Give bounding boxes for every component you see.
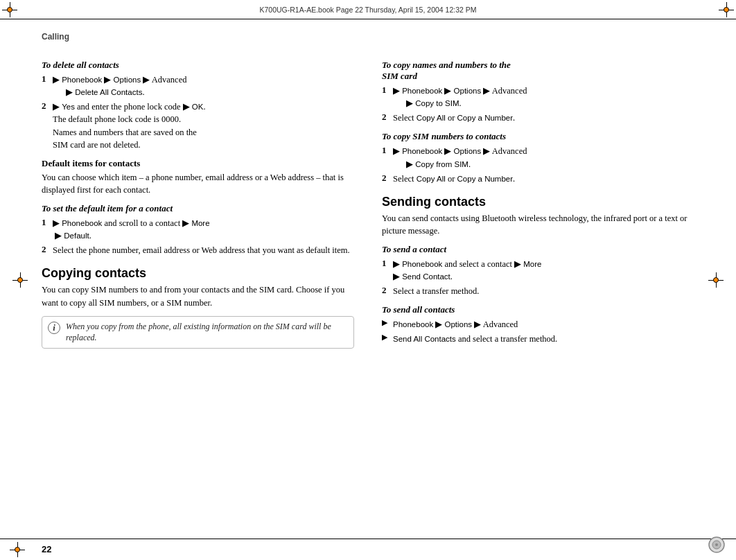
default-items-heading: Default items for contacts — [42, 158, 354, 169]
send-all-bullet-1: ▶ Phonebook ▶ Options ▶ Advanced — [382, 318, 694, 331]
note-icon: i — [48, 322, 60, 334]
step2-line2: The default phone lock code is 0000. — [53, 114, 181, 124]
copy-from-sim-step-1-content: ▶ Phonebook ▶ Options ▶ Advanced ▶ Copy … — [393, 145, 694, 170]
send-contact-section: To send a contact 1 ▶ Phonebook and sele… — [382, 244, 694, 297]
delete-contacts-heading: To delete all contacts — [42, 60, 354, 71]
menu-copy-to-sim: Copy to SIM — [415, 99, 459, 107]
section-title: Calling — [42, 32, 694, 42]
step-1-content: ▶ Phonebook ▶ Options ▶ Advanced ▶ Delet… — [53, 73, 354, 98]
arrow-icon: ▶ — [393, 146, 402, 156]
menu-copy-all: Copy All — [417, 114, 446, 122]
page-border-bottom — [0, 539, 736, 539]
arrow-icon: ▶ — [444, 86, 453, 96]
text-select: and select a contact — [442, 259, 514, 269]
note-box: i When you copy from the phone, all exis… — [42, 316, 354, 349]
step-1: 1 ▶ Phonebook ▶ Options ▶ Advanced ▶ Del… — [42, 73, 354, 98]
menu-ok: OK — [192, 103, 204, 111]
menu-phonebook: Phonebook — [62, 76, 102, 84]
note-icon-letter: i — [53, 322, 55, 333]
copy-to-sim-step-1-content: ▶ Phonebook ▶ Options ▶ Advanced ▶ Copy … — [393, 85, 694, 110]
arrow-icon: ▶ — [406, 159, 415, 169]
send-contact-step-1: 1 ▶ Phonebook and select a contact ▶ Mor… — [382, 258, 694, 283]
set-default-heading: To set the default item for a contact — [42, 203, 354, 214]
header-text: K700UG-R1A-AE.book Page 22 Thursday, Apr… — [259, 6, 476, 14]
bullet-arrow-icon: ▶ — [382, 318, 393, 331]
two-col-layout: To delete all contacts 1 ▶ Phonebook ▶ O… — [42, 53, 694, 349]
menu-phonebook: Phonebook — [393, 320, 433, 329]
send-contact-step-2: 2 Select a transfer method. — [382, 285, 694, 297]
text-scroll: and scroll to a contact — [102, 218, 182, 228]
send-contact-heading: To send a contact — [382, 244, 694, 255]
copying-contacts-heading: Copying contacts — [42, 266, 354, 281]
note-text: When you copy from the phone, all existi… — [66, 321, 348, 344]
copy-to-sim-heading: To copy names and numbers to theSIM card — [382, 60, 694, 82]
period: . — [89, 231, 91, 240]
arrow-icon: ▶ — [143, 75, 151, 85]
step-num-1: 1 — [382, 145, 393, 170]
right-column: To copy names and numbers to theSIM card… — [382, 53, 694, 349]
step-2-content: ▶ Yes and enter the phone lock code ▶ OK… — [53, 100, 354, 151]
arrow-icon: ▶ — [406, 98, 415, 108]
send-all-bullet-2: ▶ Send All Contacts and select a transfe… — [382, 333, 694, 345]
copy-from-sim-step-2-content: Select Copy All or Copy a Number. — [393, 173, 694, 185]
menu-advanced: Advanced — [152, 75, 187, 85]
menu-copy-number: Copy a Number — [457, 175, 514, 183]
default-items-section: Default items for contacts You can choos… — [42, 158, 354, 196]
sending-contacts-para: You can send contacts using Bluetooth wi… — [382, 212, 694, 237]
delete-contacts-section: To delete all contacts 1 ▶ Phonebook ▶ O… — [42, 60, 354, 151]
menu-options: Options — [444, 320, 472, 329]
menu-phonebook: Phonebook — [62, 219, 102, 227]
menu-options: Options — [454, 147, 482, 155]
content-area: Calling To delete all contacts 1 ▶ Phone… — [42, 19, 694, 532]
send-all-bullet-2-content: Send All Contacts and select a transfer … — [393, 333, 557, 345]
step2-line3: Names and numbers that are saved on the — [53, 128, 197, 137]
left-mid-cross — [12, 272, 28, 288]
menu-copy-number: Copy a Number — [457, 114, 514, 122]
send-all-contacts-heading: To send all contacts — [382, 304, 694, 315]
period: . — [459, 98, 462, 108]
menu-more: More — [191, 219, 209, 227]
set-default-step-1-content: ▶ Phonebook and scroll to a contact ▶ Mo… — [53, 217, 354, 242]
menu-more: More — [523, 260, 541, 268]
menu-phonebook: Phonebook — [402, 147, 442, 155]
period: . — [203, 102, 205, 112]
step-num-2: 2 — [382, 112, 393, 124]
menu-send-all: Send All Contacts — [393, 335, 456, 343]
corner-tr — [717, 0, 736, 19]
copy-from-sim-heading: To copy SIM numbers to contacts — [382, 131, 694, 142]
menu-options: Options — [114, 76, 141, 84]
menu-advanced: Advanced — [492, 146, 527, 156]
copy-to-sim-step-1: 1 ▶ Phonebook ▶ Options ▶ Advanced ▶ Cop… — [382, 85, 694, 110]
bullet-arrow-icon: ▶ — [382, 333, 393, 345]
corner-bl — [10, 542, 25, 557]
menu-yes: Yes — [62, 103, 75, 111]
default-items-para: You can choose which item – a phone numb… — [42, 171, 354, 196]
arrow-icon: ▶ — [53, 218, 62, 228]
arrow-icon: ▶ — [514, 259, 523, 269]
set-default-step-2: 2 Select the phone number, email address… — [42, 244, 354, 256]
set-default-section: To set the default item for a contact 1 … — [42, 203, 354, 256]
menu-default: Default — [64, 231, 89, 240]
arrow-icon: ▶ — [393, 86, 402, 96]
arrow-icon: ▶ — [55, 231, 64, 240]
step-num-1: 1 — [382, 85, 393, 110]
arrow-icon: ▶ — [183, 102, 192, 112]
copying-contacts-section: Copying contacts You can copy SIM number… — [42, 266, 354, 349]
period: . — [450, 272, 453, 281]
copy-to-sim-step-2: 2 Select Copy All or Copy a Number. — [382, 112, 694, 124]
arrow-icon: ▶ — [393, 259, 402, 269]
send-contact-step-1-content: ▶ Phonebook and select a contact ▶ More … — [393, 258, 694, 283]
arrow-icon: ▶ — [104, 75, 113, 85]
arrow-icon: ▶ — [53, 75, 62, 85]
copy-to-sim-section: To copy names and numbers to theSIM card… — [382, 60, 694, 124]
copy-from-sim-step-2: 2 Select Copy All or Copy a Number. — [382, 173, 694, 185]
arrow-icon: ▶ — [483, 86, 491, 96]
step-num-1: 1 — [42, 217, 53, 242]
menu-options: Options — [454, 87, 482, 95]
period: . — [142, 87, 144, 97]
arrow-icon: ▶ — [182, 218, 191, 228]
arrow-icon: ▶ — [393, 272, 402, 281]
period: . — [468, 159, 471, 169]
send-all-contacts-section: To send all contacts ▶ Phonebook ▶ Optio… — [382, 304, 694, 344]
left-column: To delete all contacts 1 ▶ Phonebook ▶ O… — [42, 53, 354, 349]
